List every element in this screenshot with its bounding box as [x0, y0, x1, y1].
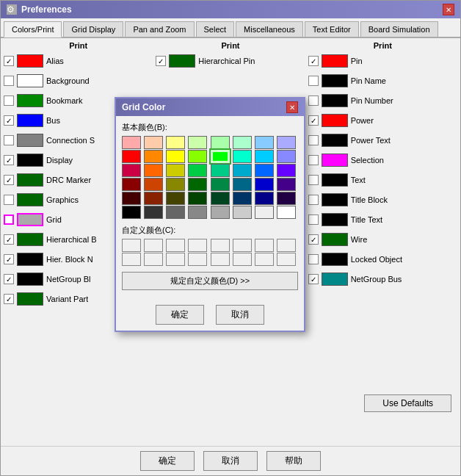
basic-color-cell-26[interactable]	[166, 178, 185, 191]
tab-misc[interactable]: Miscellaneous	[236, 21, 303, 37]
swatch-wire[interactable]	[322, 233, 348, 246]
basic-color-cell-23[interactable]	[277, 164, 296, 177]
basic-color-cell-40[interactable]	[122, 206, 141, 219]
checkbox-wire[interactable]	[308, 234, 319, 245]
swatch-graphics[interactable]	[17, 193, 43, 206]
dialog-ok-button[interactable]: 确定	[156, 305, 204, 325]
basic-color-cell-6[interactable]	[255, 136, 274, 149]
basic-color-cell-27[interactable]	[188, 178, 207, 191]
use-defaults-button[interactable]: Use Defaults	[364, 394, 451, 412]
basic-color-cell-44[interactable]	[211, 206, 230, 219]
basic-color-cell-4[interactable]	[211, 136, 230, 149]
basic-color-cell-45[interactable]	[233, 206, 252, 219]
basic-color-cell-15[interactable]	[277, 150, 296, 163]
basic-color-cell-11[interactable]	[188, 150, 207, 163]
checkbox-background[interactable]	[4, 76, 14, 86]
tab-text-editor[interactable]: Text Editor	[305, 21, 359, 37]
basic-color-cell-41[interactable]	[144, 206, 163, 219]
custom-color-cell-0[interactable]	[122, 239, 141, 252]
checkbox-alias[interactable]	[4, 56, 14, 66]
checkbox-locked[interactable]	[308, 254, 319, 264]
basic-color-cell-3[interactable]	[188, 136, 207, 149]
basic-color-cell-33[interactable]	[144, 192, 163, 205]
swatch-power[interactable]	[322, 114, 348, 127]
basic-color-cell-46[interactable]	[255, 206, 274, 219]
checkbox-netgroup[interactable]	[4, 274, 14, 284]
basic-color-cell-29[interactable]	[233, 178, 252, 191]
custom-color-cell-13[interactable]	[233, 253, 252, 266]
checkbox-connection[interactable]	[4, 135, 14, 145]
swatch-netgroup-bus[interactable]	[322, 273, 348, 286]
basic-color-cell-42[interactable]	[166, 206, 185, 219]
swatch-hierarchical[interactable]	[17, 233, 43, 246]
checkbox-graphics[interactable]	[4, 195, 14, 205]
swatch-title-block[interactable]	[322, 193, 348, 206]
checkbox-variant[interactable]	[4, 294, 14, 304]
swatch-pin-number[interactable]	[322, 94, 348, 107]
basic-color-cell-21[interactable]	[233, 164, 252, 177]
swatch-netgroup[interactable]	[17, 273, 43, 286]
swatch-pin[interactable]	[322, 54, 348, 68]
basic-color-cell-8[interactable]	[122, 150, 141, 163]
basic-color-cell-35[interactable]	[188, 192, 207, 205]
basic-color-cell-28[interactable]	[211, 178, 230, 191]
custom-color-cell-14[interactable]	[255, 253, 274, 266]
basic-color-cell-9[interactable]	[144, 150, 163, 163]
checkbox-drc[interactable]	[4, 175, 14, 185]
custom-color-cell-9[interactable]	[144, 253, 163, 266]
custom-color-cell-1[interactable]	[144, 239, 163, 252]
basic-color-cell-7[interactable]	[277, 136, 296, 149]
basic-color-cell-39[interactable]	[277, 192, 296, 205]
checkbox-hierarchical[interactable]	[4, 234, 14, 245]
custom-color-cell-7[interactable]	[277, 239, 296, 252]
basic-color-cell-38[interactable]	[255, 192, 274, 205]
checkbox-text[interactable]	[308, 175, 319, 185]
swatch-bookmark[interactable]	[17, 94, 43, 107]
custom-color-cell-4[interactable]	[211, 239, 230, 252]
basic-color-cell-10[interactable]	[166, 150, 185, 163]
swatch-power-text[interactable]	[322, 134, 348, 147]
basic-color-cell-43[interactable]	[188, 206, 207, 219]
checkbox-bookmark[interactable]	[4, 95, 14, 106]
swatch-hier-block[interactable]	[17, 253, 43, 266]
cancel-button[interactable]: 取消	[203, 451, 258, 471]
swatch-connection[interactable]	[17, 134, 43, 147]
custom-color-cell-15[interactable]	[277, 253, 296, 266]
swatch-variant[interactable]	[17, 292, 43, 306]
basic-color-cell-13[interactable]	[233, 150, 252, 163]
swatch-selection[interactable]	[322, 154, 348, 167]
basic-color-cell-20[interactable]	[211, 164, 230, 177]
checkbox-pin-number[interactable]	[308, 95, 319, 106]
checkbox-selection[interactable]	[308, 155, 319, 165]
basic-color-cell-24[interactable]	[122, 178, 141, 191]
custom-color-cell-11[interactable]	[188, 253, 207, 266]
custom-color-cell-8[interactable]	[122, 253, 141, 266]
swatch-drc[interactable]	[17, 173, 43, 187]
custom-color-cell-5[interactable]	[233, 239, 252, 252]
checkbox-pin-name[interactable]	[308, 76, 319, 86]
custom-color-cell-2[interactable]	[166, 239, 185, 252]
swatch-hier-pin[interactable]	[169, 54, 195, 68]
close-button[interactable]: ✕	[443, 4, 454, 15]
checkbox-pin[interactable]	[308, 56, 319, 66]
basic-color-cell-16[interactable]	[122, 164, 141, 177]
basic-color-cell-47[interactable]	[277, 206, 296, 219]
custom-color-cell-10[interactable]	[166, 253, 185, 266]
basic-color-cell-25[interactable]	[144, 178, 163, 191]
checkbox-title-block[interactable]	[308, 195, 319, 205]
swatch-background[interactable]	[17, 74, 43, 87]
checkbox-grid[interactable]	[4, 214, 14, 225]
checkbox-power[interactable]	[308, 115, 319, 126]
tab-select[interactable]: Select	[196, 21, 235, 37]
ok-button[interactable]: 确定	[140, 451, 195, 471]
swatch-alias[interactable]	[17, 54, 43, 68]
basic-color-cell-19[interactable]	[188, 164, 207, 177]
basic-color-cell-31[interactable]	[277, 178, 296, 191]
dialog-cancel-button[interactable]: 取消	[216, 305, 264, 325]
basic-color-cell-34[interactable]	[166, 192, 185, 205]
basic-color-cell-2[interactable]	[166, 136, 185, 149]
checkbox-title-text[interactable]	[308, 214, 319, 225]
basic-color-cell-12[interactable]	[211, 150, 230, 163]
checkbox-display[interactable]	[4, 155, 14, 165]
swatch-text[interactable]	[322, 173, 348, 187]
